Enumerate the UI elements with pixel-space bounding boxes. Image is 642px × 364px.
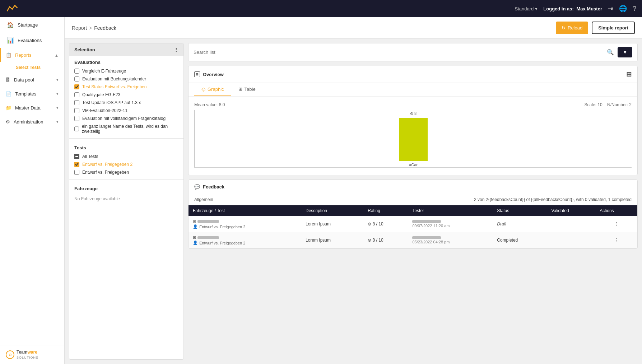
chart-container: ⊘ 8 aCar <box>194 110 632 168</box>
tab-table[interactable]: ⊞ Table <box>231 83 263 96</box>
row-actions-2[interactable]: ⋮ <box>595 232 637 248</box>
feedback-card-header: 💬 Feedback <box>189 180 637 194</box>
overview-icon: ⊞ <box>194 71 200 77</box>
sidebar-item-select-tests[interactable]: Select Tests <box>0 62 64 73</box>
minus-icon <box>74 154 79 159</box>
eval-label-7[interactable]: Evaluation mit vollständigem Fragenkatal… <box>82 116 166 121</box>
sidebar-label-select-tests: Select Tests <box>16 65 41 70</box>
topnav-icons: ⇥ 🌐 ? <box>608 5 636 13</box>
panel-options-icon[interactable]: ⋮ <box>174 47 178 52</box>
breadcrumb-current: Feedback <box>94 25 116 31</box>
test-label-2[interactable]: Entwurf vs. Freigegeben <box>82 170 129 175</box>
person-icon-1: 👤 <box>193 224 198 229</box>
breadcrumb: Report > Feedback <box>72 25 553 31</box>
home-icon: 🏠 <box>7 22 14 28</box>
sidebar-item-templates[interactable]: 📄 Templates ▾ <box>0 87 64 101</box>
eval-checkbox-8[interactable] <box>74 126 79 131</box>
page-header: Report > Feedback ↻ Reload Simple report <box>65 17 642 39</box>
eval-checkbox-2[interactable] <box>74 76 79 81</box>
fahrzeug-name-blurred-2 <box>197 236 219 239</box>
test-label-1[interactable]: Entwurf vs. Freigegeben 2 <box>82 162 132 167</box>
layout-grid-icon[interactable]: ⊞ <box>626 71 632 78</box>
eval-checkbox-5[interactable] <box>74 100 79 105</box>
eval-checkbox-7[interactable] <box>74 116 79 121</box>
reload-button[interactable]: ↻ Reload <box>556 22 588 34</box>
breadcrumb-parent[interactable]: Report <box>72 25 87 31</box>
eval-item-3: Test Status Entwurf vs. Freigeben <box>69 83 183 91</box>
help-icon[interactable]: ? <box>633 5 636 13</box>
administration-icon: ⚙ <box>6 119 10 125</box>
bar-group-acar: ⊘ 8 aCar <box>399 111 428 167</box>
eval-label-2[interactable]: Evaluation mit Buchungskalender <box>82 76 146 81</box>
mean-value-label: Mean value: 8.0 <box>194 102 225 107</box>
globe-icon[interactable]: 🌐 <box>619 5 627 13</box>
chevron-data-pool-icon: ▾ <box>56 78 59 82</box>
search-icon[interactable]: 🔍 <box>607 49 614 56</box>
fahrzeuge-empty: No Fahrzeuge available <box>69 193 183 204</box>
eval-checkbox-4[interactable] <box>74 92 79 97</box>
filter-button[interactable]: ▼ <box>618 47 632 57</box>
row-actions-1[interactable]: ⋮ <box>595 216 637 232</box>
feedback-icon: 💬 <box>194 184 200 190</box>
overview-card-header: ⊞ Overview ⊞ <box>189 66 637 83</box>
feedback-table: Fahrzeuge / Test Description Rating Test… <box>189 205 637 248</box>
eval-label-1[interactable]: Vergleich E-Fahrzeuge <box>82 69 126 74</box>
cell-fahrzeug-1: ⊞ 👤 Entwurf vs. Freigegeben 2 <box>189 216 301 232</box>
templates-icon: 📄 <box>6 91 11 97</box>
sidebar-item-startpage[interactable]: 🏠 Startpage <box>0 17 64 33</box>
eval-label-5[interactable]: Test Update iOS APP auf 1.3.x <box>82 100 141 105</box>
eval-label-8[interactable]: ein ganz langer Name des Tests, wird es … <box>82 124 178 134</box>
eval-checkbox-6[interactable] <box>74 108 79 113</box>
sidebar-label-administration: Administration <box>14 119 43 125</box>
feedback-card: 💬 Feedback Allgemein 2 von 2{{feedbacksC… <box>188 179 638 249</box>
right-panel: 🔍 ▼ ⊞ Overview ⊞ <box>188 43 638 360</box>
chart-area: Mean value: 8.0 Scale: 10 N/Number: 2 ⊘ … <box>189 97 637 175</box>
search-bar: 🔍 ▼ <box>188 43 638 61</box>
col-validated: Validated <box>547 205 595 216</box>
search-input[interactable] <box>194 50 603 55</box>
bar-chart: ⊘ 8 aCar <box>195 110 632 167</box>
sidebar-item-administration[interactable]: ⚙ Administration ▾ <box>0 115 64 129</box>
user-info: Logged in as: Max Muster <box>543 6 602 11</box>
fahrzeug-name-blurred-1 <box>197 220 219 223</box>
chevron-reports-icon: ▲ <box>55 53 59 57</box>
feedback-title: Feedback <box>203 184 224 190</box>
test-checkbox-1[interactable] <box>74 162 79 167</box>
eval-checkbox-1[interactable] <box>74 69 79 74</box>
sidebar-item-reports[interactable]: 📋 Reports ▲ <box>0 48 64 62</box>
logout-icon[interactable]: ⇥ <box>608 5 613 13</box>
sidebar-item-master-data[interactable]: 📁 Master Data ▾ <box>0 101 64 115</box>
tab-graphic-label: Graphic <box>208 87 224 92</box>
main: Report > Feedback ↻ Reload Simple report… <box>65 17 642 364</box>
tests-section-title: Tests <box>69 141 183 153</box>
bar-label-top: ⊘ 8 <box>410 111 417 116</box>
eval-checkbox-3[interactable] <box>74 84 79 89</box>
eval-label-3[interactable]: Test Status Entwurf vs. Freigeben <box>82 84 146 89</box>
cell-status-1: Draft <box>493 216 547 232</box>
eval-item-8: ein ganz langer Name des Tests, wird es … <box>69 122 183 135</box>
simple-report-button[interactable]: Simple report <box>592 22 635 34</box>
breadcrumb-separator: > <box>89 25 92 31</box>
col-status: Status <box>493 205 547 216</box>
sidebar-item-data-pool[interactable]: 🗄 Data pool ▾ <box>0 73 64 87</box>
eval-label-4[interactable]: Qualitygate EG-F23 <box>82 92 120 97</box>
eval-item-2: Evaluation mit Buchungskalender <box>69 75 183 83</box>
cell-tester-2: 05/23/2022 04:28 pm <box>408 232 493 248</box>
eval-item-5: Test Update iOS APP auf 1.3.x <box>69 99 183 107</box>
fahrzeug-icon-1: ⊞ <box>193 219 196 224</box>
overview-tabs: ◎ Graphic ⊞ Table <box>189 83 637 97</box>
eval-label-6[interactable]: VM-Evaluation-2022-11 <box>82 108 127 113</box>
standard-dropdown[interactable]: Standard ▾ <box>515 6 538 11</box>
cell-description-2: Lorem Ipsum <box>301 232 363 248</box>
data-pool-icon: 🗄 <box>6 77 10 83</box>
tab-graphic[interactable]: ◎ Graphic <box>194 83 231 96</box>
chevron-administration-icon: ▾ <box>56 120 59 124</box>
fahrzeuge-section-title: Fahrzeuge <box>69 182 183 193</box>
overview-card: ⊞ Overview ⊞ ◎ Graphic ⊞ Table <box>188 66 638 175</box>
test-checkbox-2[interactable] <box>74 170 79 175</box>
standard-label: Standard <box>515 6 534 11</box>
eval-item-4: Qualitygate EG-F23 <box>69 91 183 99</box>
cell-validated-2 <box>547 232 595 248</box>
bar-acar <box>399 118 428 161</box>
sidebar-item-evaluations[interactable]: 📊 Evaluations <box>0 33 64 48</box>
